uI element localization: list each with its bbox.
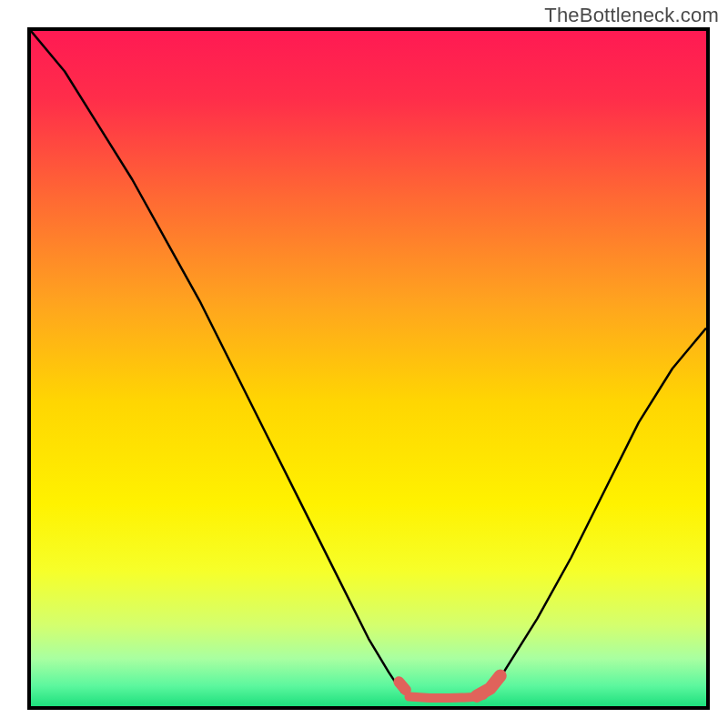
- chart-plot-area: [27, 27, 710, 710]
- series-highlight-left: [399, 682, 405, 690]
- chart-curves: [31, 31, 706, 706]
- series-right-branch: [490, 328, 706, 693]
- series-highlight-right: [477, 676, 500, 696]
- series-left-branch: [31, 31, 402, 693]
- watermark-text: TheBottleneck.com: [544, 4, 719, 27]
